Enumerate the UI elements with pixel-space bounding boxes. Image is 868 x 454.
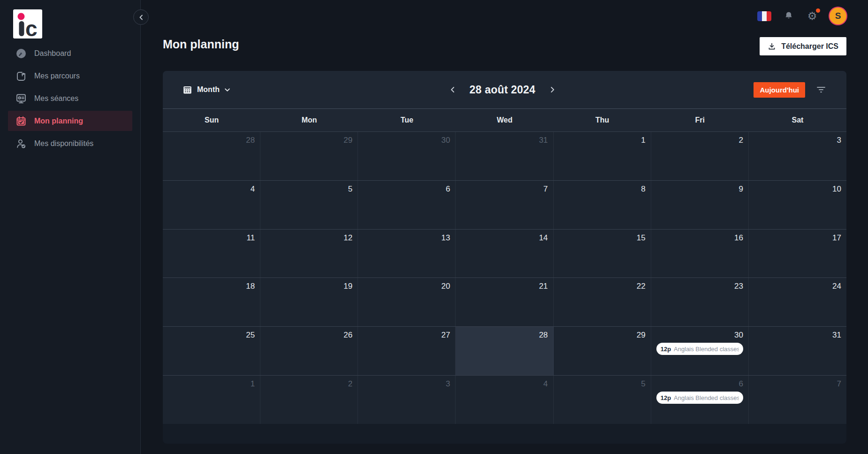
calendar-icon [183,85,192,95]
calendar-day-cell[interactable]: 23 [651,278,749,326]
weekday-label: Wed [456,116,553,124]
date-number: 23 [734,281,743,292]
date-number: 31 [539,135,548,146]
date-navigation: 28 août 2024 [448,84,557,96]
date-number: 28 [246,135,255,146]
calendar-day-cell[interactable]: 13 [358,230,456,278]
calendar-day-cell[interactable]: 14 [456,230,553,278]
date-number: 30 [734,330,743,340]
calendar-event[interactable]: 12pAnglais Blended classes [656,343,743,355]
user-avatar[interactable]: S [830,8,846,24]
sidebar-item-mon-planning[interactable]: Mon planning [8,111,132,131]
calendar-day-cell[interactable]: 1 [554,132,651,180]
calendar-day-cell[interactable]: 612pAnglais Blended classes [651,376,749,424]
calendar-day-cell[interactable]: 3 [358,376,456,424]
today-button[interactable]: Aujourd'hui [754,82,805,98]
date-number: 29 [343,135,352,146]
date-number: 29 [637,330,646,340]
sidebar-item-label: Mes séances [34,94,78,103]
calendar-day-cell[interactable]: 17 [749,230,846,278]
previous-period-button[interactable] [448,85,457,94]
calendar-day-cell[interactable]: 28 [163,132,260,180]
event-title: Anglais Blended classes [674,394,739,401]
calendar-day-cell[interactable]: 16 [651,230,749,278]
calendar-grid: 2829303112345678910111213141516171819202… [163,131,846,424]
calendar-day-cell[interactable]: 4 [456,376,553,424]
sidebar-item-label: Mon planning [34,117,83,125]
calendar-day-cell[interactable]: 29 [554,327,651,375]
calendar-day-cell[interactable]: 18 [163,278,260,326]
calendar-day-cell[interactable]: 27 [358,327,456,375]
date-number: 3 [446,379,450,389]
date-number: 5 [348,184,352,194]
chevron-right-icon [548,86,556,93]
app-logo[interactable]: c [13,9,42,38]
date-number: 22 [637,281,646,292]
calendar-day-cell[interactable]: 7 [456,181,553,229]
calendar-day-cell-today[interactable]: 28 [456,327,553,375]
sidebar-item-mes-disponibilites[interactable]: Mes disponibilités [8,133,132,154]
calendar-day-cell[interactable]: 22 [554,278,651,326]
calendar-day-cell[interactable]: 21 [456,278,553,326]
calendar-day-cell[interactable]: 20 [358,278,456,326]
sidebar-item-dashboard[interactable]: Dashboard [8,43,132,63]
calendar-toolbar: Month 28 août 2024 [163,71,846,109]
settings-button[interactable]: ⚙ [806,10,818,22]
sidebar-item-mes-seances[interactable]: Mes séances [8,88,132,108]
calendar-day-cell[interactable]: 31 [456,132,553,180]
sidebar-nav: Dashboard Mes parcours [0,43,140,154]
calendar-day-cell[interactable]: 2 [651,132,749,180]
calendar-day-cell[interactable]: 6 [358,181,456,229]
calendar-day-cell[interactable]: 19 [260,278,358,326]
svg-text:c: c [25,16,38,38]
language-flag-french[interactable] [757,11,771,21]
calendar-day-cell[interactable]: 3 [749,132,846,180]
avatar-initial: S [835,11,841,21]
calendar-day-cell[interactable]: 7 [749,376,846,424]
notifications-button[interactable] [783,10,795,22]
availability-icon [15,138,27,150]
filter-button[interactable] [815,85,827,94]
chevron-left-icon [138,15,144,20]
calendar-day-cell[interactable]: 31 [749,327,846,375]
date-number: 24 [832,281,841,292]
event-time: 12p [661,346,671,353]
calendar-day-cell[interactable]: 25 [163,327,260,375]
calendar-day-cell[interactable]: 29 [260,132,358,180]
current-date-label: 28 août 2024 [470,84,535,96]
weekday-label: Thu [554,116,651,124]
calendar-week-row: 28293031123 [163,131,846,180]
date-number: 10 [832,184,841,194]
event-list: 12pAnglais Blended classes [656,392,743,404]
calendar-day-cell[interactable]: 12 [260,230,358,278]
calendar-day-cell[interactable]: 30 [358,132,456,180]
sidebar-item-label: Mes parcours [34,72,80,80]
calendar-day-cell[interactable]: 26 [260,327,358,375]
calendar-day-cell[interactable]: 5 [554,376,651,424]
calendar-day-cell[interactable]: 11 [163,230,260,278]
calendar-day-cell[interactable]: 5 [260,181,358,229]
download-ics-button[interactable]: Télécharger ICS [760,37,846,55]
page-title: Mon planning [163,38,239,51]
calendar-week-row: 11121314151617 [163,229,846,278]
bell-icon [784,11,794,21]
calendar-event[interactable]: 12pAnglais Blended classes [656,392,743,404]
topbar-actions: ⚙ S [757,8,846,24]
sidebar-collapse-button[interactable] [133,9,149,25]
next-period-button[interactable] [548,85,557,94]
date-number: 30 [442,135,450,146]
calendar-day-cell[interactable]: 24 [749,278,846,326]
calendar-day-cell[interactable]: 9 [651,181,749,229]
calendar-day-cell[interactable]: 4 [163,181,260,229]
date-number: 4 [251,184,255,194]
calendar-day-cell[interactable]: 15 [554,230,651,278]
date-number: 8 [641,184,645,194]
calendar-day-cell[interactable]: 10 [749,181,846,229]
sidebar-item-mes-parcours[interactable]: Mes parcours [8,66,132,86]
calendar-day-cell[interactable]: 2 [260,376,358,424]
view-selector-dropdown[interactable]: Month [183,85,230,95]
calendar-day-cell[interactable]: 1 [163,376,260,424]
date-number: 11 [246,233,255,243]
calendar-day-cell[interactable]: 8 [554,181,651,229]
calendar-day-cell[interactable]: 3012pAnglais Blended classes [651,327,749,375]
